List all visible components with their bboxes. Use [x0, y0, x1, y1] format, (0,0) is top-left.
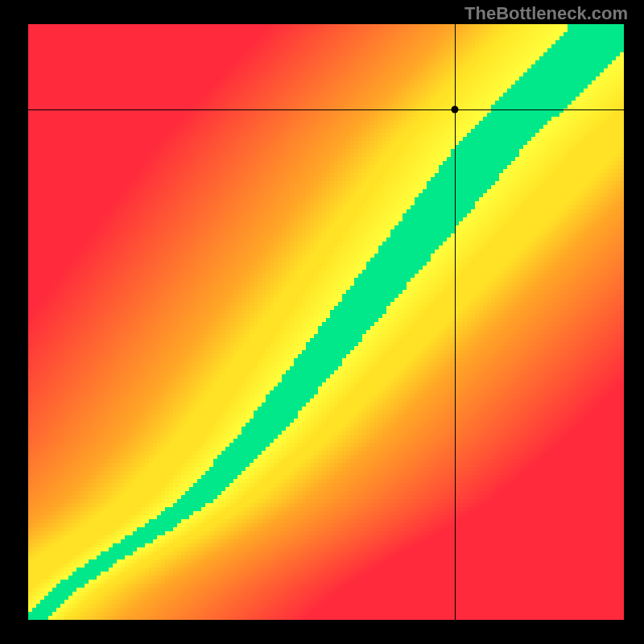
heatmap-plot — [28, 24, 624, 620]
watermark-text: TheBottleneck.com — [464, 3, 628, 24]
selected-point-marker — [451, 105, 458, 113]
heatmap-canvas — [28, 24, 624, 620]
crosshair-horizontal — [28, 109, 624, 110]
chart-container: TheBottleneck.com — [0, 0, 644, 644]
crosshair-vertical — [455, 24, 456, 620]
